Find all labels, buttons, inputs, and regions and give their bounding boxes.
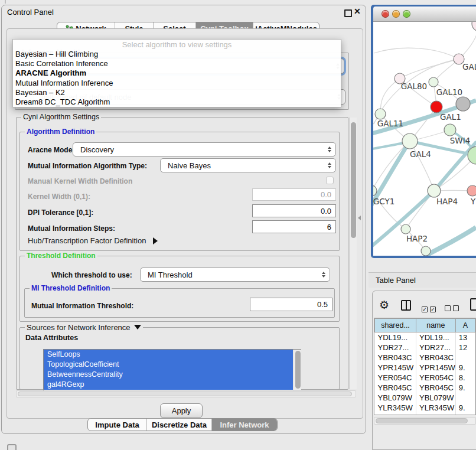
node-gal1[interactable] xyxy=(431,101,442,113)
table-row[interactable]: YBL079WYBL079W xyxy=(375,393,475,403)
close-icon[interactable]: ✕ xyxy=(354,6,361,16)
popup-item[interactable]: Bayesian – K2 xyxy=(13,88,341,97)
table-row[interactable]: YER054CYER054C8. xyxy=(375,373,475,383)
table-cell[interactable]: 8. xyxy=(455,373,475,383)
deselect-all-columns-icon[interactable] xyxy=(445,303,461,314)
popup-item[interactable]: Basic Correlation Inference xyxy=(13,59,341,69)
attribute-item[interactable]: BetweennessCentrality xyxy=(44,370,293,380)
minimized-panel-icon[interactable] xyxy=(7,444,17,450)
table-cell[interactable]: YLR345W xyxy=(416,403,456,413)
table-cell[interactable]: 9. xyxy=(455,403,475,413)
columns-icon[interactable] xyxy=(401,300,411,311)
node-swi4[interactable] xyxy=(444,124,456,136)
table-cell[interactable]: YDR27... xyxy=(375,343,416,353)
table-cell[interactable]: YDR27... xyxy=(416,343,456,353)
network-edge[interactable] xyxy=(410,141,434,191)
data-attributes-list[interactable]: SelfLoopsTopologicalCoefficientBetweenne… xyxy=(43,349,301,394)
table-row[interactable]: YDR27...YDR27...12 xyxy=(375,343,475,353)
kernel-width-field[interactable]: 0.0 xyxy=(252,188,336,201)
mi-type-combo[interactable]: Naive Bayes xyxy=(160,158,336,172)
popup-item[interactable]: Bayesian – Hill Climbing xyxy=(13,50,341,59)
attribute-list-scrollbar[interactable] xyxy=(294,350,301,393)
table-cell[interactable]: 9. xyxy=(455,363,475,373)
table-row[interactable]: YBR045CYBR045C9. xyxy=(375,383,475,393)
table-cell[interactable] xyxy=(455,353,475,363)
table-cell[interactable]: YBL079W xyxy=(375,393,416,403)
select-all-columns-icon[interactable]: ✓✓ xyxy=(422,303,438,314)
network-edge-thick[interactable] xyxy=(426,227,476,255)
scrollbar-thumb[interactable] xyxy=(295,351,301,389)
node-unlabeled-top[interactable] xyxy=(472,22,476,31)
table-row[interactable]: YBR043CYBR043C xyxy=(375,353,475,363)
mac-close-button[interactable] xyxy=(382,10,389,18)
tab-discretize-data[interactable]: Discretize Data xyxy=(147,419,212,431)
splitter-handle-icon[interactable] xyxy=(358,216,361,220)
node-bottom[interactable] xyxy=(421,246,431,256)
column-header-shared[interactable]: shared... xyxy=(375,319,416,332)
table-cell[interactable] xyxy=(455,393,475,403)
table-row[interactable]: YDL19...YDL19...13 xyxy=(375,332,475,343)
apply-button[interactable]: Apply xyxy=(160,403,203,418)
table-cell[interactable]: YBR043C xyxy=(375,353,416,363)
aracne-mode-combo[interactable]: Discovery xyxy=(73,142,336,156)
manual-kernel-checkbox[interactable] xyxy=(326,177,334,184)
table-cell[interactable]: 12 xyxy=(455,343,475,353)
table-row[interactable]: YIL052CYIL052C9. xyxy=(375,413,475,415)
mi-threshold-field[interactable]: 0.5 xyxy=(250,298,332,311)
table-cell[interactable]: YER054C xyxy=(375,373,416,383)
attribute-item[interactable]: SelfLoops xyxy=(44,350,293,360)
gear-icon[interactable]: ⚙ xyxy=(379,298,389,312)
settings-vertical-scrollbar[interactable] xyxy=(349,118,357,389)
export-table-icon[interactable] xyxy=(470,298,476,311)
attribute-item[interactable]: gal4RGexp xyxy=(44,380,293,390)
node-gal10[interactable] xyxy=(429,77,438,87)
node-table[interactable]: shared...nameA YDL19...YDL19...13YDR27..… xyxy=(374,318,475,415)
network-window-titlebar[interactable] xyxy=(373,6,476,22)
tab-infer-network[interactable]: Infer Network xyxy=(212,419,277,431)
table-cell[interactable]: 9. xyxy=(455,383,475,393)
table-row[interactable]: YLR345WYLR345W9. xyxy=(375,403,475,413)
settings-horizontal-scrollbar[interactable] xyxy=(16,390,356,397)
table-cell[interactable]: YDL19... xyxy=(416,332,456,343)
table-cell[interactable]: YBR045C xyxy=(375,383,416,393)
network-edge[interactable] xyxy=(374,48,459,59)
table-cell[interactable]: 13 xyxy=(455,332,475,343)
table-header-row[interactable]: shared...nameA xyxy=(375,319,475,332)
node-gal4[interactable] xyxy=(402,133,418,149)
table-cell[interactable]: 9. xyxy=(455,413,475,415)
table-horizontal-scrollbar[interactable] xyxy=(374,417,476,425)
network-edge[interactable] xyxy=(380,79,400,114)
attribute-item[interactable]: TopologicalCoefficient xyxy=(44,360,293,370)
column-header-name[interactable]: name xyxy=(416,319,456,332)
node-hap2[interactable] xyxy=(401,224,410,234)
popup-item[interactable]: Dream8 DC_TDC Algorithm xyxy=(13,97,341,107)
node-gray[interactable] xyxy=(456,97,470,111)
column-header-a[interactable]: A xyxy=(455,319,475,332)
table-cell[interactable]: YPR145W xyxy=(416,363,456,373)
sources-group-title[interactable]: Sources for Network Inference xyxy=(25,323,143,332)
network-canvas[interactable]: GALGAL80GAL10GAL1GAL11SWI4GAL4GCY1HAP4YH… xyxy=(373,22,476,256)
table-cell[interactable]: YIL052C xyxy=(416,413,456,415)
node-salmon[interactable] xyxy=(467,185,476,196)
mac-minimize-button[interactable] xyxy=(392,10,400,18)
popup-item[interactable]: Mutual Information Inference xyxy=(13,79,341,88)
scrollbar-thumb[interactable] xyxy=(351,122,356,238)
scrollbar-thumb[interactable] xyxy=(18,392,352,396)
node-gal11[interactable] xyxy=(375,109,386,119)
tab-impute-data[interactable]: Impute Data xyxy=(88,419,147,431)
mac-zoom-button[interactable] xyxy=(403,10,410,18)
which-threshold-combo[interactable]: MI Threshold xyxy=(140,268,330,282)
table-row[interactable]: YPR145WYPR145W9. xyxy=(375,363,475,373)
dpi-tolerance-field[interactable]: 0.0 xyxy=(252,204,336,217)
float-window-icon[interactable] xyxy=(344,9,352,17)
node-hap4[interactable] xyxy=(428,184,441,197)
scrollbar-thumb[interactable] xyxy=(376,418,468,423)
network-graph[interactable]: GALGAL80GAL10GAL1GAL11SWI4GAL4GCY1HAP4YH… xyxy=(373,22,476,256)
table-cell[interactable]: YLR345W xyxy=(375,403,416,413)
table-cell[interactable]: YBL079W xyxy=(416,393,456,403)
table-cell[interactable]: YIL052C xyxy=(375,413,416,415)
table-cell[interactable]: YDL19... xyxy=(375,332,416,343)
table-cell[interactable]: YBR045C xyxy=(416,383,456,393)
table-cell[interactable]: YPR145W xyxy=(375,363,416,373)
table-cell[interactable]: YBR043C xyxy=(416,353,456,363)
